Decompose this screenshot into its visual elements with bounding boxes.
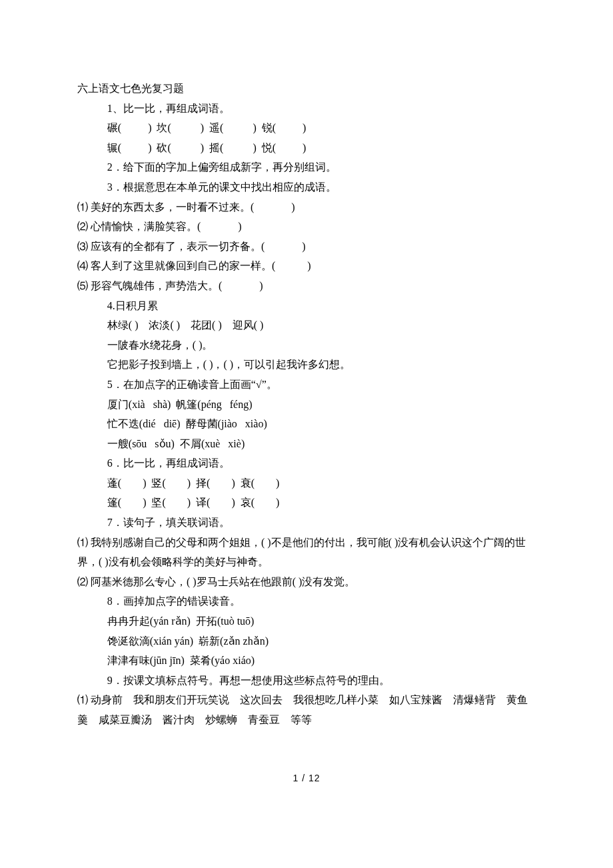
text-line: 馋涎欲滴(xián yán) 崭新(zǎn zhǎn) — [77, 631, 536, 651]
text-line: 蓬( ) 竖( ) 择( ) 衰( ) — [77, 473, 536, 493]
text-line: 4.日积月累 — [77, 296, 536, 316]
text-line: 厦门(xià shà) 帆篷(péng féng) — [77, 395, 536, 415]
text-line: ⑴ 美好的东西太多，一时看不过来。( ) — [77, 197, 536, 217]
text-line: ⑴ 动身前 我和朋友们开玩笑说 这次回去 我很想吃几样小菜 如八宝辣酱 清爆鳝背… — [77, 690, 536, 729]
text-line: ⑶ 应该有的全都有了，表示一切齐备。( ) — [77, 237, 536, 257]
text-line: 辗( ) 砍( ) 摇( ) 悦( ) — [77, 138, 536, 158]
document-body: 1、比一比，再组成词语。碾( ) 坎( ) 遥( ) 锐( )辗( ) 砍( )… — [77, 99, 536, 730]
text-line: ⑸ 形容气魄雄伟，声势浩大。( ) — [77, 276, 536, 296]
text-line: 9．按课文填标点符号。再想一想使用这些标点符号的理由。 — [77, 671, 536, 691]
document-page: 六上语文七色光复习题 1、比一比，再组成词语。碾( ) 坎( ) 遥( ) 锐(… — [0, 0, 613, 827]
text-line: 2．给下面的字加上偏旁组成新字，再分别组词。 — [77, 157, 536, 177]
text-line: ⑴ 我特别感谢自己的父母和两个姐姐，( )不是他们的付出，我可能( )没有机会认… — [77, 533, 536, 572]
text-line: 3．根据意思在本单元的课文中找出相应的成语。 — [77, 177, 536, 197]
text-line: 一艘(sōu sǒu) 不屑(xuè xiè) — [77, 434, 536, 454]
text-line: 6．比一比，再组成词语。 — [77, 453, 536, 473]
text-line: 碾( ) 坎( ) 遥( ) 锐( ) — [77, 118, 536, 138]
text-line: ⑷ 客人到了这里就像回到自己的家一样。( ) — [77, 256, 536, 276]
text-line: 篷( ) 坚( ) 译( ) 哀( ) — [77, 493, 536, 513]
text-line: 1、比一比，再组成词语。 — [77, 99, 536, 119]
text-line: 8．画掉加点字的错误读音。 — [77, 591, 536, 611]
text-line: 它把影子投到墙上，( )，( )，可以引起我许多幻想。 — [77, 355, 536, 375]
text-line: 津津有味(jūn jīn) 菜肴(yáo xiáo) — [77, 651, 536, 671]
text-line: ⑵ 阿基米德那么专心，( )罗马士兵站在他跟前( )没有发觉。 — [77, 572, 536, 592]
text-line: ⑵ 心情愉快，满脸笑容。( ) — [77, 217, 536, 237]
text-line: 忙不迭(dié diē) 酵母菌(jiào xiào) — [77, 414, 536, 434]
text-line: 7．读句子，填关联词语。 — [77, 513, 536, 533]
page-number: 1 / 12 — [77, 770, 536, 787]
document-title: 六上语文七色光复习题 — [77, 79, 536, 99]
text-line: 冉冉升起(yán rǎn) 开拓(tuò tuō) — [77, 611, 536, 631]
text-line: 一陂春水绕花身，( )。 — [77, 335, 536, 355]
text-line: 林绿( ) 浓淡( ) 花团( ) 迎风( ) — [77, 315, 536, 335]
text-line: 5．在加点字的正确读音上面画“√”。 — [77, 375, 536, 395]
